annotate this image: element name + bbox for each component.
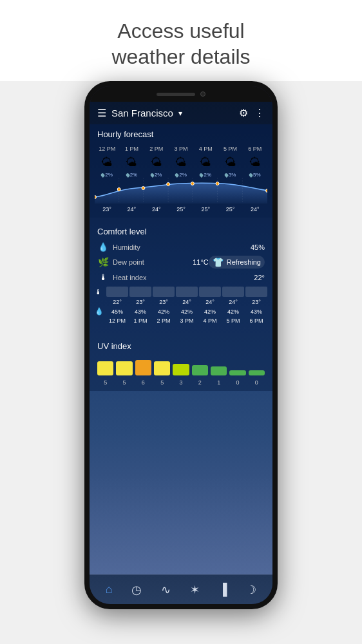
hourly-label: Hourly forecast xyxy=(90,124,272,143)
dew-label: Dew point xyxy=(113,258,193,266)
temp-chart-container xyxy=(90,178,272,206)
hour-col-5: 5 PM 🌤 3% xyxy=(218,146,242,178)
comfort-box-0 xyxy=(106,287,128,297)
shirt-icon: 👕 xyxy=(213,257,224,267)
uv-val-7: 0 xyxy=(229,379,245,386)
dew-icon: 🌿 xyxy=(97,257,109,267)
uv-val-6: 1 xyxy=(211,379,227,386)
comfort-humidity-1: 43% xyxy=(129,308,151,315)
comfort-humidity-6: 43% xyxy=(245,308,267,315)
comfort-time-3: 3 PM xyxy=(176,317,198,324)
temp-col-1: 24° xyxy=(119,206,144,213)
comfort-box-3 xyxy=(176,287,198,297)
comfort-boxes-row: 🌡 xyxy=(95,287,267,297)
rain-pct-0: 2% xyxy=(101,172,113,178)
page-title: Access useful weather details xyxy=(13,18,349,70)
dew-row: 🌿 Dew point 11°C 👕 Refreshing xyxy=(90,254,272,270)
comfort-temp-3: 24° xyxy=(176,299,198,305)
humidity-value: 45% xyxy=(251,243,265,251)
uv-bar-5 xyxy=(192,365,208,375)
nav-moon-icon[interactable]: ☽ xyxy=(241,580,262,600)
nav-clock-icon[interactable]: ◷ xyxy=(126,580,147,600)
header-left: ☰ San Francisco ▾ xyxy=(97,107,182,119)
comfort-temp-1: 23° xyxy=(129,299,151,305)
temp-value-1: 24° xyxy=(128,206,137,213)
page-title-area: Access useful weather details xyxy=(0,0,362,81)
phone-speaker xyxy=(157,93,195,96)
comfort-time-4: 4 PM xyxy=(199,317,221,324)
uv-bar-3 xyxy=(154,361,170,375)
phone-device: ☰ San Francisco ▾ ⚙ ⋮ Hourly forecast 12… xyxy=(84,81,278,609)
menu-icon[interactable]: ☰ xyxy=(97,107,106,119)
rain-pct-6: 5% xyxy=(249,172,261,178)
refreshing-label: Refreshing xyxy=(227,258,261,266)
weather-icon-6: 🌤 xyxy=(247,154,263,171)
temp-value-0: 23° xyxy=(102,206,111,213)
hour-col-0: 12 PM 🌤 2% xyxy=(95,146,119,178)
weather-icon-2: 🌤 xyxy=(148,154,165,171)
uv-bar-1 xyxy=(116,361,132,375)
weather-icon-3: 🌤 xyxy=(173,154,189,171)
weather-icon-5: 🌤 xyxy=(222,154,239,171)
comfort-temp-4: 24° xyxy=(199,299,221,305)
comfort-times-row: . 12 PM1 PM2 PM3 PM4 PM5 PM6 PM xyxy=(95,317,267,324)
hourly-times-row: 12 PM 🌤 2% 1 PM 🌤 2% 2 PM 🌤 2% 3 PM 🌤 xyxy=(90,143,272,178)
nav-home-icon[interactable]: ⌂ xyxy=(100,580,118,599)
humidity-row: 💧 Humidity 45% xyxy=(90,240,272,254)
humidity-icon: 💧 xyxy=(97,242,109,252)
hour-label-3: 3 PM xyxy=(174,146,187,152)
city-name[interactable]: San Francisco xyxy=(111,108,173,118)
hour-label-2: 2 PM xyxy=(149,146,163,152)
hour-col-1: 1 PM 🌤 2% xyxy=(119,146,144,178)
hour-col-2: 2 PM 🌤 2% xyxy=(144,146,169,178)
comfort-humidity-row: 💧 45%43%42%42%42%42%43% xyxy=(95,307,267,316)
nav-wind-icon[interactable]: ✶ xyxy=(185,580,205,600)
temp-labels-row: 23°24°24°25°25°25°24° xyxy=(90,206,272,213)
comfort-temp-6: 23° xyxy=(245,299,267,305)
rain-pct-4: 2% xyxy=(200,172,211,178)
heat-value: 22° xyxy=(254,274,265,281)
uv-section: UV index 556532100 xyxy=(90,332,272,391)
temp-value-4: 25° xyxy=(201,206,210,213)
nav-bars-icon[interactable]: ▐ xyxy=(214,580,233,599)
comfort-time-5: 5 PM xyxy=(222,317,244,324)
uv-bar-4 xyxy=(173,364,189,375)
comfort-boxes xyxy=(106,287,267,297)
temp-icon: . xyxy=(95,299,106,305)
uv-bar-2 xyxy=(135,360,151,375)
comfort-temps-row: . 22°23°23°24°24°24°23° xyxy=(95,299,267,305)
hour-label-0: 12 PM xyxy=(99,146,115,152)
comfort-temps: 22°23°23°24°24°24°23° xyxy=(106,299,267,305)
header-right: ⚙ ⋮ xyxy=(239,107,265,119)
rain-pct-5: 3% xyxy=(225,172,236,178)
comfort-temp-2: 23° xyxy=(153,299,175,305)
hour-label-1: 1 PM xyxy=(125,146,138,152)
rain-pct-3: 2% xyxy=(175,172,187,178)
uv-val-5: 2 xyxy=(192,379,208,386)
temp-col-4: 25° xyxy=(193,206,218,213)
temp-chart-svg xyxy=(95,178,267,204)
phone-screen[interactable]: ☰ San Francisco ▾ ⚙ ⋮ Hourly forecast 12… xyxy=(90,102,272,574)
refreshing-badge: 👕 Refreshing xyxy=(209,256,265,269)
bottom-nav: ⌂ ◷ ∿ ✶ ▐ ☽ xyxy=(90,574,272,604)
comfort-humidity-4: 42% xyxy=(199,308,221,315)
comfort-time-2: 2 PM xyxy=(153,317,175,324)
comfort-box-4 xyxy=(199,287,221,297)
uv-bars-row xyxy=(90,355,272,378)
droplet-icon: 💧 xyxy=(95,307,106,316)
hourly-section: Hourly forecast 12 PM 🌤 2% 1 PM 🌤 2% 2 P… xyxy=(90,124,272,218)
phone-notch xyxy=(90,86,272,102)
dropdown-icon[interactable]: ▾ xyxy=(178,109,182,118)
uv-label: UV index xyxy=(90,336,272,355)
more-icon[interactable]: ⋮ xyxy=(254,107,265,119)
hour-label-5: 5 PM xyxy=(224,146,237,152)
app-header: ☰ San Francisco ▾ ⚙ ⋮ xyxy=(90,102,272,124)
comfort-time-6: 6 PM xyxy=(245,317,267,324)
uv-val-3: 5 xyxy=(154,379,170,386)
settings-icon[interactable]: ⚙ xyxy=(239,107,248,119)
uv-val-4: 3 xyxy=(173,379,189,386)
nav-chart-icon[interactable]: ∿ xyxy=(156,580,176,600)
comfort-box-6 xyxy=(245,287,267,297)
temp-col-0: 23° xyxy=(95,206,119,213)
thermometer-small-icon: 🌡 xyxy=(95,288,106,296)
